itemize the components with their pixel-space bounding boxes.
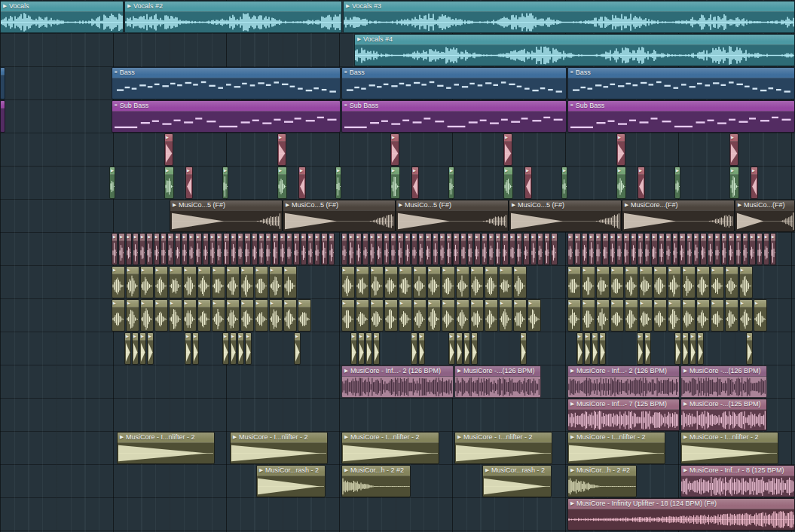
playlist-clip[interactable]: ▶MusiCor...rash - 2 (256, 465, 326, 497)
playlist-clip-mini[interactable]: ▶ (294, 332, 301, 365)
playlist-clip-mini[interactable]: ▶ (411, 233, 417, 265)
playlist-clip-mini[interactable]: ▶ (286, 233, 292, 265)
playlist-clip[interactable]: ▶MusiCore -...(125 BPM) (680, 399, 767, 431)
playlist-clip-mini[interactable]: ▶ (674, 332, 681, 365)
playlist-clip-mini[interactable]: ▶ (433, 233, 439, 265)
playlist-clip-mini[interactable]: ▶ (690, 332, 696, 365)
playlist-clip-mini[interactable]: ▶ (109, 167, 115, 199)
playlist-clip-mini[interactable]: ▶ (411, 332, 417, 365)
playlist-clip-mini[interactable]: ▶ (118, 233, 124, 265)
playlist-clip[interactable]: ▶MusiCo...5 (F#) (170, 200, 283, 232)
playlist-clip-mini[interactable]: ▶ (551, 233, 557, 265)
playlist-clip-mini[interactable]: ▶ (183, 299, 197, 332)
playlist-clip-mini[interactable]: ▶ (672, 233, 678, 265)
playlist-clip-mini[interactable]: ▶ (341, 233, 347, 265)
playlist-clip-mini[interactable]: ▶ (329, 233, 335, 265)
playlist-clip-mini[interactable]: ▶ (223, 233, 229, 265)
playlist-clip-mini[interactable]: ▶ (185, 167, 193, 199)
playlist-clip-mini[interactable]: ▶ (644, 233, 650, 265)
playlist-clip-mini[interactable]: ▶ (668, 266, 681, 298)
playlist-clip[interactable]: ▶MusiCore - I...nlifter - 2 (117, 432, 215, 464)
playlist-clip[interactable]: ▶MusiCo...5 (F#) (509, 200, 622, 232)
playlist-clip-mini[interactable]: ▶ (277, 167, 287, 199)
playlist-clip-mini[interactable]: ▶ (625, 299, 638, 332)
playlist-clip-mini[interactable]: ▶ (255, 299, 268, 332)
playlist-clip-mini[interactable]: ▶ (307, 233, 313, 265)
playlist-clip-mini[interactable]: ▶ (467, 233, 473, 265)
playlist-clip-mini[interactable]: ▶ (369, 233, 375, 265)
playlist-clip-mini[interactable]: ▶ (124, 332, 131, 365)
playlist-clip-mini[interactable]: ▶ (485, 266, 498, 298)
playlist-clip-mini[interactable]: ▶ (298, 167, 306, 199)
playlist-clip-mini[interactable]: ▶ (245, 332, 252, 365)
playlist-clip-mini[interactable]: ▶ (397, 233, 403, 265)
playlist-clip[interactable]: ▶Vocals #4 (354, 34, 795, 66)
playlist-clip-mini[interactable]: ▶ (230, 332, 237, 365)
playlist-clip-mini[interactable] (0, 67, 5, 99)
playlist-clip-mini[interactable]: ▶ (203, 233, 209, 265)
playlist-clip-mini[interactable]: ▶ (237, 332, 244, 365)
playlist-clip-mini[interactable]: ▶ (175, 233, 181, 265)
playlist-clip-mini[interactable]: ▶ (470, 299, 484, 332)
playlist-clip[interactable]: ▶MusiCore...(F#) (622, 200, 735, 232)
playlist-clip-mini[interactable]: ▶ (653, 266, 667, 298)
playlist-clip-mini[interactable]: ▶ (471, 332, 478, 365)
playlist-clip-mini[interactable]: ▶ (696, 299, 710, 332)
playlist-clip[interactable]: ▶MusiCore - Inf...- 2 (126 BPM) (341, 365, 454, 398)
playlist-clip-mini[interactable]: ▶ (197, 299, 211, 332)
playlist-clip-mini[interactable]: ▶ (516, 233, 522, 265)
playlist-clip[interactable]: ▶MusiCo...5 (F#) (396, 200, 509, 232)
playlist-clip-mini[interactable]: ▶ (154, 299, 168, 332)
playlist-clip-mini[interactable]: ▶ (537, 233, 543, 265)
playlist-clip-mini[interactable]: ▶ (112, 299, 125, 332)
playlist-clip-mini[interactable]: ▶ (212, 266, 225, 298)
playlist-clip-mini[interactable]: ▶ (370, 266, 384, 298)
playlist-clip-mini[interactable]: ▶ (631, 233, 637, 265)
playlist-clip-mini[interactable]: ▶ (485, 299, 498, 332)
playlist-clip-mini[interactable]: ▶ (651, 233, 657, 265)
playlist-clip-mini[interactable]: ▶ (623, 233, 629, 265)
playlist-clip-mini[interactable]: ▶ (390, 133, 399, 166)
playlist-clip-mini[interactable]: ▶ (567, 299, 581, 332)
playlist-clip-mini[interactable]: ▶ (126, 266, 139, 298)
playlist-clip-mini[interactable]: ▶ (725, 299, 738, 332)
playlist-clip-mini[interactable]: ▶ (362, 233, 368, 265)
playlist-clip[interactable]: ▶MusiCore - I...nlifter - 2 (230, 432, 328, 464)
playlist-clip-mini[interactable]: ▶ (714, 233, 720, 265)
playlist-clip-mini[interactable]: ▶ (283, 299, 297, 332)
playlist-clip-mini[interactable]: ▶ (584, 332, 591, 365)
playlist-clip-mini[interactable]: ▶ (240, 266, 254, 298)
playlist-clip-mini[interactable]: ▶ (112, 233, 118, 265)
playlist-clip-mini[interactable]: ▶ (610, 299, 624, 332)
playlist-clip-mini[interactable]: ▶ (754, 299, 767, 332)
playlist-clip-mini[interactable]: ▶ (269, 299, 283, 332)
playlist-clip-mini[interactable]: ▶ (442, 266, 455, 298)
playlist-clip-mini[interactable]: ▶ (746, 332, 753, 365)
playlist-clip-mini[interactable]: ▶ (523, 233, 529, 265)
playlist-clip[interactable]: ≡Bass (567, 67, 795, 99)
playlist-clip-mini[interactable]: ▶ (638, 167, 645, 199)
playlist-clip-mini[interactable]: ▶ (696, 266, 710, 298)
playlist-clip-mini[interactable]: ▶ (226, 299, 240, 332)
playlist-clip-mini[interactable]: ▶ (770, 233, 776, 265)
playlist-clip-mini[interactable]: ▶ (341, 266, 355, 298)
playlist-clip-mini[interactable]: ▶ (252, 233, 258, 265)
playlist-clip-mini[interactable]: ▶ (739, 266, 753, 298)
playlist-clip-mini[interactable]: ▶ (637, 332, 644, 365)
playlist-clip-mini[interactable]: ▶ (280, 233, 286, 265)
playlist-clip-mini[interactable]: ▶ (582, 233, 588, 265)
playlist-clip[interactable]: ▶MusiCo...5 (F#) (283, 200, 396, 232)
playlist-clip-mini[interactable]: ▶ (195, 233, 201, 265)
playlist-clip-mini[interactable]: ▶ (499, 299, 512, 332)
playlist-clip-mini[interactable]: ▶ (277, 133, 286, 166)
playlist-clip-mini[interactable]: ▶ (321, 233, 327, 265)
playlist-clip-mini[interactable]: ▶ (456, 266, 469, 298)
playlist-clip-mini[interactable]: ▶ (413, 266, 427, 298)
playlist-clip-mini[interactable]: ▶ (197, 266, 211, 298)
playlist-clip-mini[interactable]: ▶ (209, 233, 216, 265)
playlist-clip-mini[interactable] (0, 100, 5, 133)
playlist-clip-mini[interactable]: ▶ (582, 266, 595, 298)
playlist-clip-mini[interactable]: ▶ (531, 233, 537, 265)
playlist-clip-mini[interactable]: ▶ (212, 299, 225, 332)
playlist-clip[interactable]: ≡Sub Bass (341, 100, 567, 133)
